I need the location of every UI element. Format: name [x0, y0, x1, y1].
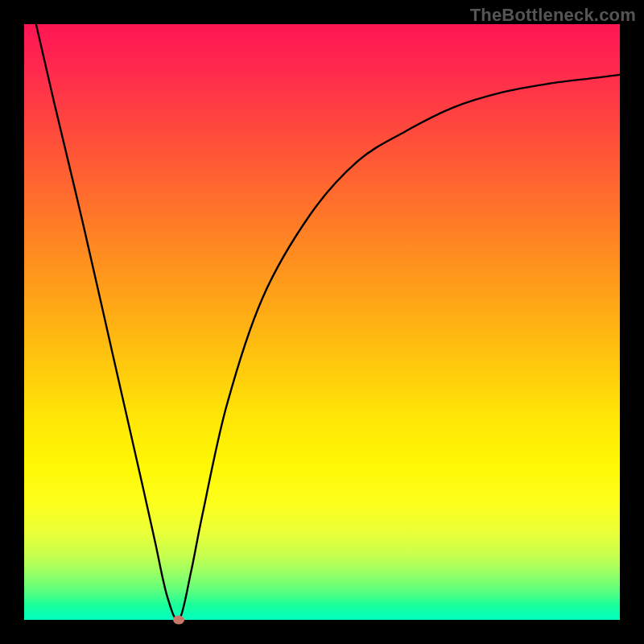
- plot-area: [24, 24, 620, 620]
- watermark-text: TheBottleneck.com: [470, 5, 636, 26]
- curve-path: [36, 24, 620, 621]
- bottleneck-curve: [24, 24, 620, 620]
- optimum-marker: [173, 616, 184, 625]
- chart-frame: TheBottleneck.com: [0, 0, 644, 644]
